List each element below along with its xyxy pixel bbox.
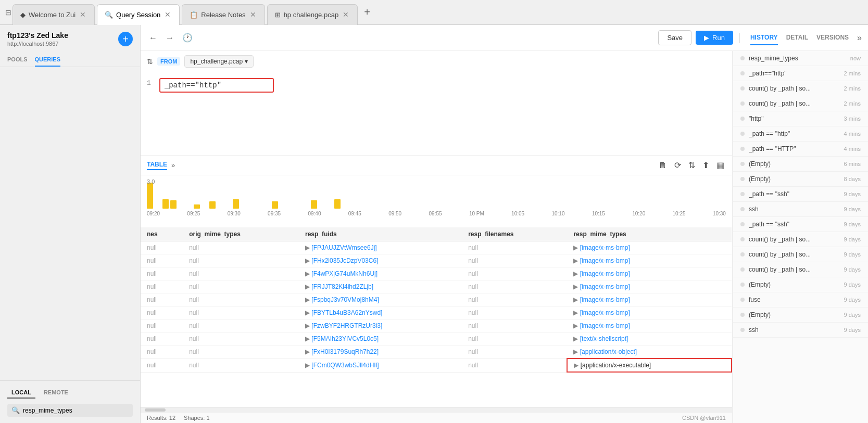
remote-tab[interactable]: REMOTE — [40, 387, 72, 399]
filter-toggle-button[interactable]: ⇅ — [147, 57, 153, 66]
history-item[interactable]: count() by _path | so...9 days — [733, 262, 868, 277]
table-header-row: nes orig_mime_types resp_fuids resp_file… — [141, 227, 732, 241]
history-item[interactable]: fuse9 days — [733, 292, 868, 307]
table-row[interactable]: nullnull▶ [FPJAUJZVtWmsee6Jj]null▶ [imag… — [141, 241, 732, 254]
pool-selector[interactable]: hp_challenge.pcap ▾ — [184, 55, 254, 68]
table-row[interactable]: nullnull▶ [FBYTLb4uB3A62nYswd]null▶ [ima… — [141, 306, 732, 319]
tab-welcome[interactable]: ◆ Welcome to Zui ✕ — [12, 4, 95, 25]
history-item[interactable]: count() by _path | so...9 days — [733, 247, 868, 262]
histogram-bar — [272, 201, 278, 209]
tab-detail[interactable]: DETAIL — [786, 31, 808, 45]
cell-resp_fuids[interactable]: ▶ [FBYTLb4uB3A62nYswd] — [299, 306, 462, 319]
table-row[interactable]: nullnull▶ [F5MAIh23YIVCv5L0c5]null▶ [tex… — [141, 332, 732, 345]
forward-button[interactable]: → — [163, 31, 176, 45]
tab-query[interactable]: 🔍 Query Session ✕ — [97, 4, 180, 25]
history-item-text: _path=="http" — [749, 70, 840, 77]
cell-resp_filenames: null — [462, 267, 567, 280]
layout-toggle-icon[interactable]: ⊟ — [4, 7, 12, 18]
run-icon: ▶ — [704, 34, 709, 42]
cell-resp_mime_types[interactable]: ▶ [image/x-ms-bmp] — [567, 280, 732, 293]
history-button[interactable]: 🕐 — [180, 31, 195, 45]
cell-resp_mime_types[interactable]: ▶ [text/x-shellscript] — [567, 332, 732, 345]
sidebar-tab-pools[interactable]: POOLS — [7, 53, 28, 67]
history-item[interactable]: ssh9 days — [733, 323, 868, 338]
history-item[interactable]: (Empty)8 days — [733, 172, 868, 187]
cell-resp_fuids[interactable]: ▶ [FzwBYF2HRGTRzUr3i3] — [299, 319, 462, 332]
cell-resp_fuids[interactable]: ▶ [FPJAUJZVtWmsee6Jj] — [299, 241, 462, 254]
history-item[interactable]: count() by _path | so...9 days — [733, 232, 868, 247]
query-input[interactable] — [159, 78, 274, 93]
history-item[interactable]: _path == "http"4 mins — [733, 126, 868, 142]
cell-orig_mime_types: null — [183, 345, 299, 359]
history-item[interactable]: (Empty)6 mins — [733, 157, 868, 172]
cell-resp_fuids[interactable]: ▶ [F4wPXjG74uMkNh6Uj] — [299, 267, 462, 280]
cell-resp_fuids[interactable]: ▶ [FRJJT82Kl4ihd2ZLjb] — [299, 280, 462, 293]
history-item-time: 9 days — [844, 221, 861, 227]
new-tab-button[interactable]: + — [360, 6, 374, 18]
history-item[interactable]: count() by _path | so...2 mins — [733, 96, 868, 111]
history-item[interactable]: ssh9 days — [733, 202, 868, 217]
table-row[interactable]: nullnull▶ [F4wPXjG74uMkNh6Uj]null▶ [imag… — [141, 267, 732, 280]
tab-welcome-close[interactable]: ✕ — [79, 9, 87, 20]
scroll-thumb[interactable] — [145, 408, 166, 412]
tab-query-close[interactable]: ✕ — [163, 9, 172, 20]
cell-resp_mime_types[interactable]: ▶ [image/x-ms-bmp] — [567, 267, 732, 280]
history-item-text: ssh — [749, 326, 840, 334]
tab-pcap-close[interactable]: ✕ — [342, 9, 350, 20]
expand-panel-button[interactable]: » — [857, 33, 862, 43]
cell-resp_fuids[interactable]: ▶ [FspbqJ3v70VMoj8hM4] — [299, 293, 462, 306]
history-item-text: fuse — [749, 296, 840, 303]
cell-resp_mime_types[interactable]: ▶ [image/x-ms-bmp] — [567, 306, 732, 319]
share-icon[interactable]: ⟳ — [673, 159, 683, 172]
table-row[interactable]: nullnull▶ [FHx2l035JcDzpV03C6]null▶ [ima… — [141, 254, 732, 267]
sidebar-search-input[interactable] — [23, 407, 129, 414]
sidebar-tab-queries[interactable]: QUERIES — [35, 53, 61, 67]
cell-resp_fuids[interactable]: ▶ [FCm0QW3wbSJll4dHIl] — [299, 358, 462, 372]
table-row[interactable]: nullnull▶ [FCm0QW3wbSJll4dHIl]null▶ [app… — [141, 358, 732, 372]
grid-view-icon[interactable]: ▦ — [715, 159, 726, 172]
cell-orig_mime_types: null — [183, 267, 299, 280]
cell-resp_mime_types[interactable]: ▶ [image/x-ms-bmp] — [567, 293, 732, 306]
tab-history[interactable]: HISTORY — [750, 31, 778, 45]
tab-release-close[interactable]: ✕ — [249, 9, 257, 20]
table-view-label[interactable]: TABLE — [147, 161, 167, 170]
table-row[interactable]: nullnull▶ [FspbqJ3v70VMoj8hM4]null▶ [ima… — [141, 293, 732, 306]
export-icon[interactable]: ⬆ — [701, 159, 711, 172]
history-item[interactable]: _path == "ssh"9 days — [733, 217, 868, 232]
cell-resp_mime_types[interactable]: ▶ [application/x-executable] — [567, 358, 732, 372]
save-results-icon[interactable]: 🗎 — [657, 159, 669, 172]
tab-versions[interactable]: VERSIONS — [816, 31, 849, 45]
history-item[interactable]: _path == "ssh"9 days — [733, 187, 868, 202]
table-row[interactable]: nullnull▶ [FzwBYF2HRGTRzUr3i3]null▶ [ima… — [141, 319, 732, 332]
local-tab[interactable]: LOCAL — [7, 387, 35, 399]
results-expand-button[interactable]: » — [171, 161, 175, 169]
tab-pcap[interactable]: ⊞ hp challenge.pcap ✕ — [267, 4, 358, 25]
history-item[interactable]: _path=="http"2 mins — [733, 66, 868, 81]
cell-resp_fuids[interactable]: ▶ [FHx2l035JcDzpV03C6] — [299, 254, 462, 267]
cell-resp_fuids[interactable]: ▶ [F5MAIh23YIVCv5L0c5] — [299, 332, 462, 345]
tab-release[interactable]: 📋 Release Notes ✕ — [182, 4, 265, 25]
cell-resp_mime_types[interactable]: ▶ [application/x-object] — [567, 345, 732, 359]
tab-query-label: Query Session — [116, 11, 160, 19]
cell-resp_mime_types[interactable]: ▶ [image/x-ms-bmp] — [567, 241, 732, 254]
table-row[interactable]: nullnull▶ [FxH0I3179SuqRh7h22]null▶ [app… — [141, 345, 732, 359]
history-item[interactable]: resp_mime_typesnow — [733, 51, 868, 66]
run-button[interactable]: ▶ Run — [696, 31, 733, 45]
cell-resp_mime_types[interactable]: ▶ [image/x-ms-bmp] — [567, 254, 732, 267]
cell-resp_mime_types[interactable]: ▶ [image/x-ms-bmp] — [567, 319, 732, 332]
cell-resp_fuids[interactable]: ▶ [FxH0I3179SuqRh7h22] — [299, 345, 462, 359]
history-item[interactable]: "http"3 mins — [733, 111, 868, 126]
filter-results-icon[interactable]: ⇅ — [687, 159, 697, 172]
horizontal-scrollbar[interactable] — [141, 407, 732, 412]
history-item[interactable]: (Empty)9 days — [733, 307, 868, 323]
history-item[interactable]: (Empty)9 days — [733, 277, 868, 292]
table-row[interactable]: nullnull▶ [FRJJT82Kl4ihd2ZLjb]null▶ [ima… — [141, 280, 732, 293]
history-item-text: (Empty) — [749, 175, 840, 183]
back-button[interactable]: ← — [147, 31, 159, 45]
save-button[interactable]: Save — [658, 30, 691, 45]
sidebar-add-button[interactable]: + — [118, 32, 133, 46]
history-item-text: _path == "http" — [749, 130, 840, 137]
history-item[interactable]: _path == "HTTP"4 mins — [733, 142, 868, 157]
cell-resp_filenames: null — [462, 345, 567, 359]
history-item[interactable]: count() by _path | so...2 mins — [733, 81, 868, 96]
